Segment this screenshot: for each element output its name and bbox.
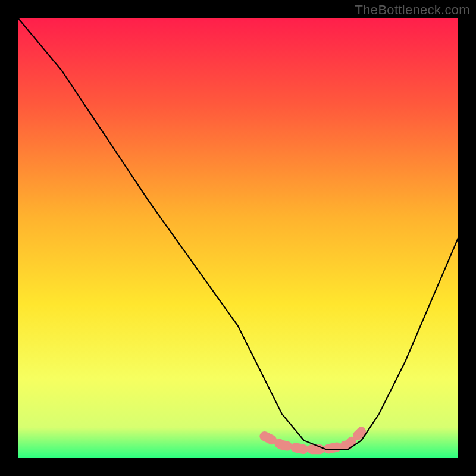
watermark-text: TheBottleneck.com <box>355 2 470 18</box>
chart-frame: TheBottleneck.com <box>0 0 476 476</box>
chart-svg <box>18 18 458 458</box>
chart-plot <box>18 18 458 458</box>
chart-background <box>18 18 458 458</box>
